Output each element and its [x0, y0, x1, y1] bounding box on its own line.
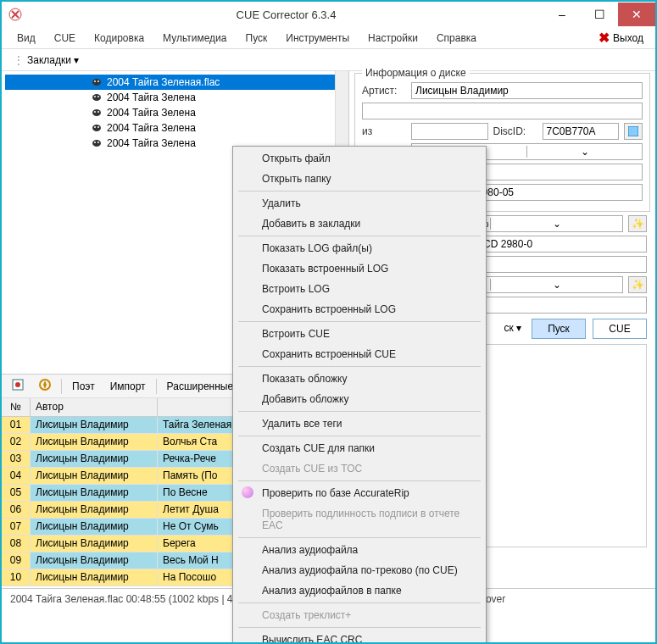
- import-button[interactable]: Импорт: [105, 379, 151, 394]
- app-icon: [8, 8, 22, 21]
- svg-point-9: [97, 111, 99, 113]
- svg-point-1: [92, 79, 101, 86]
- context-menu-item[interactable]: Проверить по базе AccurateRip: [235, 483, 484, 503]
- window-title: CUE Corrector 6.3.4: [29, 8, 543, 21]
- context-menu-item[interactable]: Вычислить EAC CRC: [235, 630, 484, 644]
- bug-icon: [90, 107, 103, 119]
- svg-point-12: [97, 126, 99, 128]
- tree-item[interactable]: 2004 Тайга Зелена: [5, 105, 345, 120]
- cell-author: Лисицын Владимир: [31, 536, 158, 552]
- svg-point-13: [92, 140, 101, 147]
- chevron-down-icon: ⌄: [526, 146, 642, 158]
- context-menu-item[interactable]: Показать LOG файл(ы): [235, 238, 484, 258]
- menu-encoding[interactable]: Кодировка: [91, 30, 148, 47]
- context-menu-item[interactable]: Создать CUE для папки: [235, 438, 484, 458]
- close-button[interactable]: ✕: [618, 3, 655, 26]
- context-menu-item[interactable]: Добавить в закладки: [235, 214, 484, 234]
- tool-icon-2[interactable]: [34, 377, 56, 395]
- context-menu-item[interactable]: Удалить: [235, 193, 484, 214]
- menu-settings[interactable]: Настройки: [365, 30, 421, 47]
- cell-num: 10: [2, 569, 31, 586]
- bug-icon: [90, 92, 103, 103]
- from-input[interactable]: [411, 123, 488, 140]
- svg-point-2: [94, 80, 96, 82]
- cue-button[interactable]: CUE: [593, 319, 647, 339]
- svg-point-6: [97, 96, 99, 97]
- svg-point-14: [94, 142, 96, 143]
- svg-point-8: [94, 111, 96, 113]
- wand-icon-2[interactable]: ✨: [628, 276, 647, 293]
- cell-author: Лисицын Владимир: [31, 552, 158, 569]
- context-menu-item: Создать CUE из TOC: [235, 458, 484, 479]
- svg-point-17: [15, 382, 20, 387]
- tree-item[interactable]: 2004 Тайга Зелена: [5, 90, 345, 105]
- cell-author: Лисицын Владимир: [31, 451, 158, 467]
- context-menu-item[interactable]: Открыть файл: [235, 148, 484, 169]
- chevron-down-icon: ⌄: [490, 279, 622, 291]
- cell-num: 04: [2, 468, 31, 484]
- menu-run[interactable]: Пуск: [242, 30, 271, 47]
- context-menu-item[interactable]: Сохранить встроенный CUE: [235, 344, 484, 364]
- svg-point-3: [97, 80, 99, 82]
- from-label: из: [362, 125, 406, 137]
- context-menu-item: Проверить подлинность подписи в отчете E…: [235, 503, 484, 536]
- poet-button[interactable]: Поэт: [67, 379, 100, 394]
- exit-button[interactable]: ✖ Выход: [599, 30, 643, 46]
- maximize-button[interactable]: ☐: [581, 3, 618, 26]
- context-menu-item[interactable]: Добавить обложку: [235, 389, 484, 409]
- context-menu-item[interactable]: Показать обложку: [235, 369, 484, 389]
- svg-point-5: [94, 96, 96, 97]
- cell-num: 08: [2, 536, 31, 552]
- cell-num: 06: [2, 502, 31, 518]
- exit-icon: ✖: [599, 30, 610, 46]
- tree-item[interactable]: 2004 Тайга Зеленая.flac: [5, 75, 345, 90]
- cell-num: 03: [2, 451, 31, 467]
- svg-point-11: [94, 126, 96, 128]
- menu-multimedia[interactable]: Мультимедиа: [159, 30, 230, 47]
- context-menu-item[interactable]: Анализ аудиофайла: [235, 540, 484, 560]
- cell-author: Лисицын Владимир: [31, 569, 158, 586]
- context-menu-item[interactable]: Встроить LOG: [235, 279, 484, 299]
- context-menu-item[interactable]: Анализ аудиофайлов в папке: [235, 580, 484, 601]
- svg-point-7: [92, 109, 101, 116]
- menu-view[interactable]: Вид: [14, 30, 39, 47]
- run-button[interactable]: Пуск: [532, 319, 586, 339]
- chevron-down-icon: ⌄: [490, 218, 622, 230]
- cell-author: Лисицын Владимир: [31, 485, 158, 501]
- artist-input[interactable]: [411, 82, 643, 99]
- context-menu-item[interactable]: Сохранить встроенный LOG: [235, 299, 484, 319]
- album-input[interactable]: [362, 103, 643, 119]
- tool-icon-1[interactable]: [7, 377, 29, 395]
- tree-item-label: 2004 Тайга Зеленая.flac: [107, 76, 220, 88]
- bookmarks-dropdown[interactable]: Закладки ▾: [24, 53, 82, 68]
- tree-item[interactable]: 2004 Тайга Зелена: [5, 120, 345, 136]
- context-menu-item[interactable]: Открыть папку: [235, 169, 484, 189]
- menubar: Вид CUE Кодировка Мультимедиа Пуск Инстр…: [2, 27, 655, 49]
- cell-author: Лисицын Владимир: [31, 502, 158, 518]
- cell-author: Лисицын Владимир: [31, 417, 158, 433]
- menu-tools[interactable]: Инструменты: [282, 30, 353, 47]
- menu-help[interactable]: Справка: [433, 30, 480, 47]
- minimize-button[interactable]: –: [543, 3, 581, 26]
- artist-label: Артист:: [362, 85, 406, 97]
- context-menu-item[interactable]: Анализ аудиофайла по-трекoво (по CUE): [235, 560, 484, 580]
- context-menu-item[interactable]: Показать встроенный LOG: [235, 258, 484, 279]
- context-menu-item: Создать треклист+: [235, 605, 484, 625]
- wand-icon[interactable]: ✨: [628, 215, 647, 232]
- sk-dropdown[interactable]: ск ▾: [500, 319, 525, 339]
- calc-icon[interactable]: [624, 123, 643, 140]
- bug-icon: [90, 122, 103, 134]
- extended-button[interactable]: Расширенные: [162, 379, 239, 394]
- cell-num: 07: [2, 519, 31, 535]
- menu-cue[interactable]: CUE: [51, 30, 79, 47]
- col-num[interactable]: №: [2, 398, 31, 416]
- cell-author: Лисицын Владимир: [31, 519, 158, 535]
- col-author[interactable]: Автор: [31, 398, 158, 416]
- context-menu-item[interactable]: Удалить все теги: [235, 414, 484, 434]
- bug-icon: [90, 137, 103, 149]
- cell-num: 02: [2, 434, 31, 450]
- context-menu-item[interactable]: Встроить CUE: [235, 324, 484, 344]
- discid-input[interactable]: [543, 123, 620, 140]
- titlebar: CUE Corrector 6.3.4 – ☐ ✕: [2, 2, 655, 27]
- tree-item-label: 2004 Тайга Зелена: [107, 107, 196, 119]
